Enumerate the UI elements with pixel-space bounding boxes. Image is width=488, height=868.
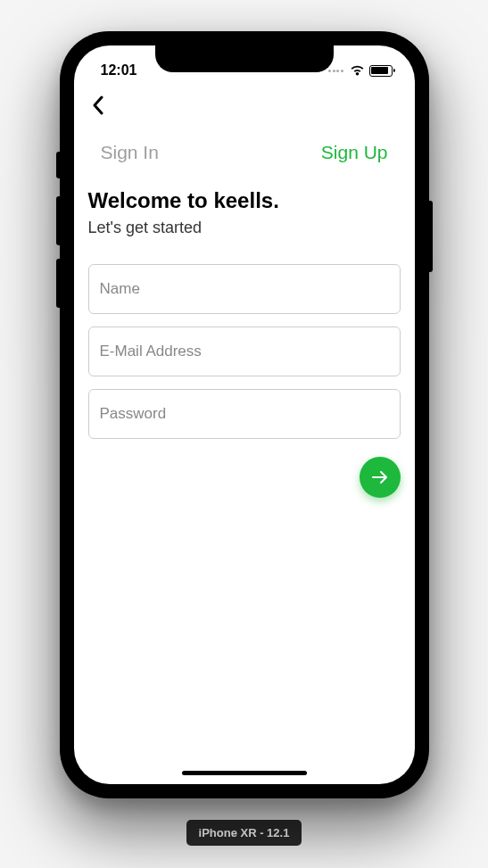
signup-form	[88, 264, 401, 439]
arrow-right-icon	[371, 470, 389, 484]
power-button	[429, 201, 433, 272]
battery-icon	[369, 65, 393, 77]
back-button[interactable]	[88, 88, 108, 122]
device-label: iPhone XR - 12.1	[186, 820, 302, 846]
page-title: Welcome to keells.	[88, 188, 401, 213]
home-indicator[interactable]	[182, 771, 307, 775]
password-field[interactable]	[88, 389, 401, 439]
chevron-left-icon	[92, 95, 104, 115]
volume-up-button	[56, 196, 60, 245]
submit-button[interactable]	[360, 457, 401, 498]
status-time: 12:01	[101, 62, 137, 79]
signal-icon	[328, 70, 343, 72]
volume-down-button	[56, 259, 60, 308]
screen: 12:01	[74, 45, 415, 784]
tab-signin[interactable]: Sign In	[101, 142, 159, 163]
phone-frame: 12:01	[60, 31, 429, 798]
page-subtitle: Let's get started	[88, 219, 401, 237]
heading: Welcome to keells. Let's get started	[88, 188, 401, 241]
mute-switch	[56, 152, 60, 178]
notch	[155, 45, 334, 72]
email-field[interactable]	[88, 327, 401, 376]
status-icons	[328, 65, 393, 77]
signup-card: Sign In Sign Up Welcome to keells. Let's…	[88, 126, 401, 519]
name-field[interactable]	[88, 264, 401, 314]
auth-tabs: Sign In Sign Up	[88, 126, 401, 188]
tab-signup[interactable]: Sign Up	[321, 142, 388, 163]
wifi-icon	[350, 65, 365, 77]
